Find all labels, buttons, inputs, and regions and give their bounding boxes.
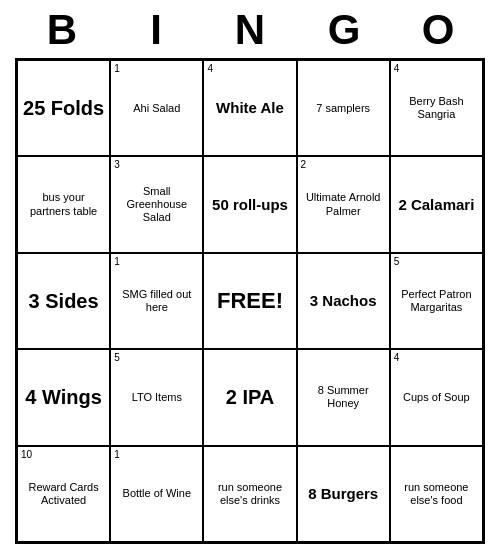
bingo-cell[interactable]: 5Perfect Patron Margaritas: [390, 253, 483, 349]
cell-text: 8 Summer Honey: [301, 384, 386, 410]
cell-text: LTO Items: [132, 391, 182, 404]
cell-number: 4: [207, 63, 213, 74]
bingo-cell[interactable]: 1SMG filled out here: [110, 253, 203, 349]
cell-text: Ultimate Arnold Palmer: [301, 191, 386, 217]
bingo-cell[interactable]: 50 roll-ups: [203, 156, 296, 252]
cell-text: 4 Wings: [25, 386, 102, 408]
cell-text: 3 Nachos: [310, 292, 377, 310]
bingo-cell[interactable]: 10Reward Cards Activated: [17, 446, 110, 542]
cell-text: FREE!: [217, 288, 283, 314]
bingo-cell[interactable]: bus your partners table: [17, 156, 110, 252]
cell-number: 1: [114, 449, 120, 460]
bingo-cell[interactable]: 4Cups of Soup: [390, 349, 483, 445]
cell-text: 3 Sides: [29, 290, 99, 312]
bingo-cell[interactable]: 3 Nachos: [297, 253, 390, 349]
header-b: B: [19, 6, 105, 54]
cell-number: 4: [394, 63, 400, 74]
cell-text: 2 IPA: [226, 386, 275, 408]
cell-text: 7 samplers: [316, 102, 370, 115]
cell-text: run someone else's drinks: [207, 481, 292, 507]
header-n: N: [207, 6, 293, 54]
cell-text: Cups of Soup: [403, 391, 470, 404]
bingo-cell[interactable]: FREE!: [203, 253, 296, 349]
bingo-cell[interactable]: 4Berry Bash Sangria: [390, 60, 483, 156]
bingo-cell[interactable]: 7 samplers: [297, 60, 390, 156]
bingo-cell[interactable]: 5LTO Items: [110, 349, 203, 445]
bingo-cell[interactable]: 1Bottle of Wine: [110, 446, 203, 542]
cell-number: 5: [114, 352, 120, 363]
bingo-cell[interactable]: run someone else's drinks: [203, 446, 296, 542]
header-i: I: [113, 6, 199, 54]
cell-number: 1: [114, 63, 120, 74]
cell-number: 4: [394, 352, 400, 363]
cell-number: 3: [114, 159, 120, 170]
bingo-header: B I N G O: [15, 0, 485, 58]
header-g: G: [301, 6, 387, 54]
cell-text: 50 roll-ups: [212, 196, 288, 214]
cell-text: Perfect Patron Margaritas: [394, 288, 479, 314]
cell-text: run someone else's food: [394, 481, 479, 507]
cell-text: Berry Bash Sangria: [394, 95, 479, 121]
bingo-cell[interactable]: 3 Sides: [17, 253, 110, 349]
cell-text: Reward Cards Activated: [21, 481, 106, 507]
bingo-cell[interactable]: 3Small Greenhouse Salad: [110, 156, 203, 252]
bingo-cell[interactable]: 2 IPA: [203, 349, 296, 445]
bingo-cell[interactable]: run someone else's food: [390, 446, 483, 542]
cell-text: 8 Burgers: [308, 485, 378, 503]
bingo-cell[interactable]: 1Ahi Salad: [110, 60, 203, 156]
cell-text: White Ale: [216, 99, 284, 117]
bingo-grid: 25 Folds1Ahi Salad4White Ale7 samplers4B…: [15, 58, 485, 544]
cell-text: bus your partners table: [21, 191, 106, 217]
bingo-cell[interactable]: 4 Wings: [17, 349, 110, 445]
header-o: O: [395, 6, 481, 54]
bingo-cell[interactable]: 8 Summer Honey: [297, 349, 390, 445]
bingo-cell[interactable]: 25 Folds: [17, 60, 110, 156]
cell-text: Small Greenhouse Salad: [114, 185, 199, 225]
cell-text: 2 Calamari: [398, 196, 474, 214]
bingo-cell[interactable]: 2 Calamari: [390, 156, 483, 252]
cell-text: Bottle of Wine: [123, 487, 191, 500]
cell-number: 2: [301, 159, 307, 170]
bingo-cell[interactable]: 2Ultimate Arnold Palmer: [297, 156, 390, 252]
bingo-cell[interactable]: 8 Burgers: [297, 446, 390, 542]
cell-text: SMG filled out here: [114, 288, 199, 314]
bingo-cell[interactable]: 4White Ale: [203, 60, 296, 156]
cell-text: Ahi Salad: [133, 102, 180, 115]
cell-number: 5: [394, 256, 400, 267]
cell-number: 1: [114, 256, 120, 267]
cell-text: 25 Folds: [23, 97, 104, 119]
cell-number: 10: [21, 449, 32, 460]
